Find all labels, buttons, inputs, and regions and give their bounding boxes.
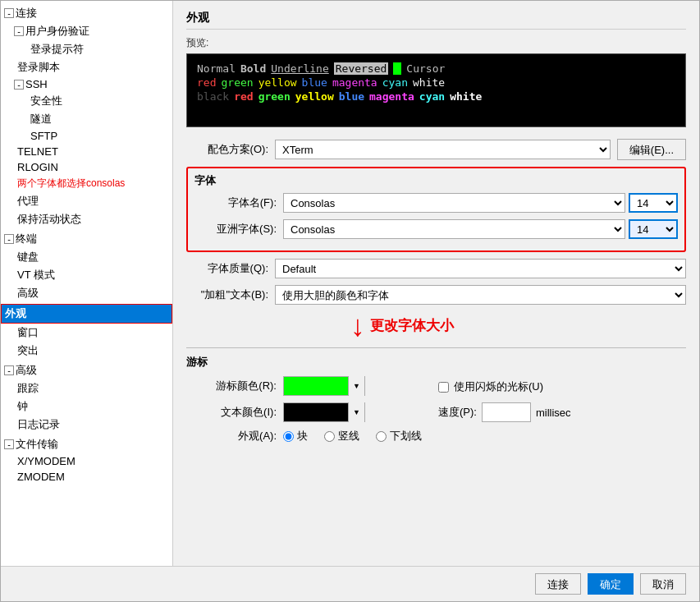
sidebar-item-proxy[interactable]: 代理 xyxy=(14,192,172,210)
sidebar-item-window[interactable]: 窗口 xyxy=(14,324,172,342)
cursor-color-column: 游标颜色(R): ▼ 文本颜色(I): ▼ xyxy=(186,376,422,450)
font-quality-select[interactable]: Default xyxy=(275,259,686,278)
preview-area: Normal Bold Underline Reversed Cursor re… xyxy=(186,53,686,127)
sidebar-item-auth-label: 用户身份验证 xyxy=(25,24,89,39)
preview-bold: Bold xyxy=(240,62,266,75)
appearance-underline-label[interactable]: 下划线 xyxy=(376,429,422,443)
preview-bold-magenta: magenta xyxy=(369,90,414,103)
sidebar-item-telnet[interactable]: TELNET xyxy=(14,144,172,159)
cursor-color-dropdown-icon[interactable]: ▼ xyxy=(348,376,364,396)
collapse-filetransfer-icon[interactable]: - xyxy=(4,439,14,449)
sidebar-item-rlogin[interactable]: RLOGIN xyxy=(14,159,172,175)
sidebar-item-vt-mode[interactable]: VT 模式 xyxy=(14,266,172,284)
connect-button[interactable]: 连接 xyxy=(535,573,581,595)
font-size-select[interactable]: 14 xyxy=(629,193,678,213)
text-color-row: 文本颜色(I): ▼ xyxy=(186,402,422,422)
sidebar-item-advanced[interactable]: 高级 xyxy=(14,284,172,302)
font-section-title: 字体 xyxy=(194,173,678,188)
sidebar-item-tracking[interactable]: 跟踪 xyxy=(14,379,172,398)
preview-line-3: black red green yellow blue magenta cyan… xyxy=(197,90,675,103)
page-title: 外观 xyxy=(186,11,686,30)
dialog-footer: 连接 确定 取消 xyxy=(1,566,699,601)
font-quality-label: 字体质量(Q): xyxy=(186,261,268,276)
preview-bold-green: green xyxy=(258,90,291,103)
appearance-vline-label[interactable]: 竖线 xyxy=(324,429,359,443)
color-scheme-row: 配色方案(O): XTerm 编辑(E)... xyxy=(186,139,686,160)
preview-color-blue: blue xyxy=(302,76,327,89)
collapse-connection-icon[interactable]: - xyxy=(4,8,14,18)
sidebar-item-xymodem[interactable]: X/YMODEM xyxy=(14,453,172,469)
preview-color-yellow: yellow xyxy=(258,76,297,89)
sidebar-item-sftp[interactable]: SFTP xyxy=(27,128,172,144)
preview-color-cyan: cyan xyxy=(382,76,408,89)
preview-bold-red: red xyxy=(234,90,253,103)
collapse-ssh-icon[interactable]: - xyxy=(14,80,24,90)
sidebar-item-log[interactable]: 日志记录 xyxy=(14,416,172,434)
speed-row: 速度(P): millisec xyxy=(438,402,571,422)
sidebar-item-filetransfer[interactable]: - 文件传输 xyxy=(1,435,172,453)
sidebar-item-connection[interactable]: - 连接 xyxy=(1,4,172,22)
collapse-terminal-icon[interactable]: - xyxy=(4,234,14,244)
preview-bold-blue: blue xyxy=(339,90,364,103)
bold-text-row: "加粗"文本(B): 使用大胆的颜色和字体 xyxy=(186,285,686,305)
preview-color-red: red xyxy=(197,76,216,89)
speed-label: 速度(P): xyxy=(438,405,477,420)
sidebar-item-filetransfer-label: 文件传输 xyxy=(16,437,58,452)
appearance-vline-radio[interactable] xyxy=(324,431,335,442)
bold-text-control: 使用大胆的颜色和字体 xyxy=(275,285,686,305)
sidebar-item-security[interactable]: 安全性 xyxy=(27,92,172,110)
preview-bold-black: black xyxy=(197,90,229,103)
sidebar-item-auth[interactable]: - 用户身份验证 xyxy=(14,22,172,40)
font-name-control: Consolas 14 xyxy=(283,193,678,213)
asian-font-size-select[interactable]: 14 xyxy=(629,219,678,239)
cursor-color-swatch[interactable]: ▼ xyxy=(283,376,365,396)
sidebar-item-login-script[interactable]: 登录脚本 xyxy=(14,58,172,76)
sidebar-item-zmodem[interactable]: ZMODEM xyxy=(14,469,172,485)
appearance-underline-radio[interactable] xyxy=(376,431,387,442)
cursor-section-title: 游标 xyxy=(186,355,686,370)
asian-font-label: 亚洲字体(S): xyxy=(194,222,277,237)
cancel-button[interactable]: 取消 xyxy=(640,573,686,595)
preview-cursor-word: Cursor xyxy=(406,62,445,75)
sidebar-item-ssh-label: SSH xyxy=(25,78,48,90)
arrow-down-icon: ↓ xyxy=(350,311,365,341)
font-section-box: 字体 字体名(F): Consolas 14 亚洲字体(S): xyxy=(186,167,686,252)
bold-text-select[interactable]: 使用大胆的颜色和字体 xyxy=(275,285,686,305)
cursor-right-column: 使用闪烁的光标(U) 速度(P): millisec xyxy=(438,376,571,422)
sidebar-item-advanced2[interactable]: - 高级 xyxy=(1,361,172,379)
sidebar-item-ssh[interactable]: - SSH xyxy=(14,76,172,92)
collapse-advanced2-icon[interactable]: - xyxy=(4,365,14,375)
blink-checkbox[interactable] xyxy=(438,382,449,393)
font-quality-control: Default xyxy=(275,259,686,278)
sidebar-item-highlight[interactable]: 突出 xyxy=(14,342,172,360)
ok-button[interactable]: 确定 xyxy=(588,573,634,595)
color-scheme-control: XTerm xyxy=(275,140,611,159)
font-name-select[interactable]: Consolas xyxy=(283,193,625,213)
text-color-label: 文本颜色(I): xyxy=(186,405,277,420)
appearance-vline-text: 竖线 xyxy=(338,429,359,443)
text-color-swatch[interactable]: ▼ xyxy=(283,402,365,422)
speed-input[interactable] xyxy=(482,402,531,422)
blink-label: 使用闪烁的光标(U) xyxy=(454,379,543,394)
cursor-section-main: 游标颜色(R): ▼ 文本颜色(I): ▼ xyxy=(186,376,686,450)
color-scheme-label: 配色方案(O): xyxy=(186,142,268,157)
sidebar-annotation-consolas: 两个字体都选择consolas xyxy=(14,175,172,192)
sidebar-item-clock[interactable]: 钟 xyxy=(14,398,172,416)
color-scheme-select[interactable]: XTerm xyxy=(275,140,611,159)
edit-button[interactable]: 编辑(E)... xyxy=(617,139,686,160)
sidebar-item-appearance[interactable]: 外观 xyxy=(1,304,172,324)
sidebar-item-terminal[interactable]: - 终端 xyxy=(1,230,172,248)
font-name-label: 字体名(F): xyxy=(194,195,277,210)
sidebar-item-keyboard[interactable]: 键盘 xyxy=(14,248,172,266)
sidebar-item-login-prompt[interactable]: 登录提示符 xyxy=(27,40,172,58)
appearance-block-label[interactable]: 块 xyxy=(283,429,308,443)
preview-line-1: Normal Bold Underline Reversed Cursor xyxy=(197,62,675,75)
appearance-block-radio[interactable] xyxy=(283,431,294,442)
appearance-underline-text: 下划线 xyxy=(390,429,422,443)
asian-font-select[interactable]: Consolas xyxy=(283,219,625,239)
sidebar-item-keepalive[interactable]: 保持活动状态 xyxy=(14,210,172,228)
text-color-dropdown-icon[interactable]: ▼ xyxy=(348,402,364,422)
collapse-auth-icon[interactable]: - xyxy=(14,26,24,36)
sidebar-item-tunnel[interactable]: 隧道 xyxy=(27,110,172,128)
cursor-color-label: 游标颜色(R): xyxy=(186,379,277,393)
